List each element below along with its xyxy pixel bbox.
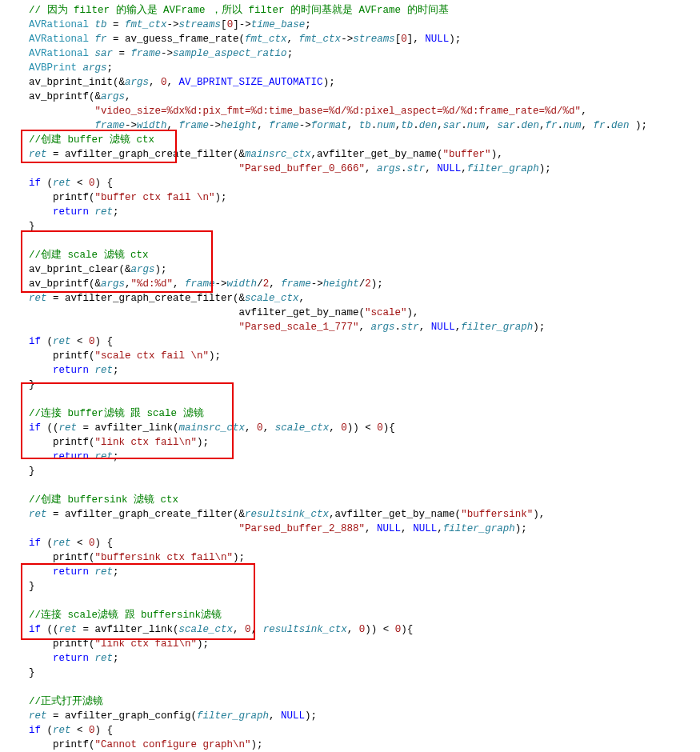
code-block: // 因为 filter 的输入是 AVFrame ，所以 filter 的时间… bbox=[0, 0, 700, 752]
